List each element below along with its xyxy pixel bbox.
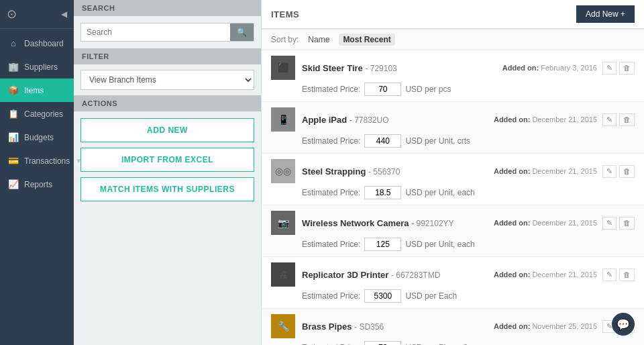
item-added-label-5: Added on: bbox=[494, 270, 530, 279]
item-actions-3: ✎ 🗑 bbox=[602, 165, 635, 178]
filter-select[interactable]: View Branch Items bbox=[80, 70, 254, 90]
item-thumb-4: 📷 bbox=[271, 211, 295, 235]
search-section-header: SEARCH bbox=[74, 0, 261, 16]
sidebar-icon-categories: 📋 bbox=[8, 109, 19, 119]
sidebar-icon-suppliers: 🏢 bbox=[8, 62, 19, 72]
item-edit-button-3[interactable]: ✎ bbox=[602, 165, 616, 178]
sidebar-label-transactions: Transactions bbox=[24, 156, 70, 166]
estimated-price-label-1: Estimated Price: bbox=[302, 85, 360, 94]
price-input-4[interactable] bbox=[364, 238, 401, 251]
price-input-2[interactable] bbox=[364, 134, 401, 148]
sidebar-item-items[interactable]: 📦 Items bbox=[0, 79, 74, 102]
sidebar-item-reports[interactable]: 📈 Reports bbox=[0, 172, 74, 196]
add-new-button[interactable]: ADD NEW bbox=[80, 118, 254, 142]
table-row: ◎◎ Steel Strapping - 556370 Added on: De… bbox=[262, 154, 644, 205]
item-edit-button-1[interactable]: ✎ bbox=[602, 62, 616, 75]
item-added-date-6: Added on: November 25, 2015 bbox=[494, 322, 597, 330]
item-bottom-1: Estimated Price: USD per pcs bbox=[302, 83, 635, 96]
table-row: 📷 Wireless Network Camera - 992102YY Add… bbox=[262, 205, 644, 257]
items-list: ⬛ Skid Steer Tire - 729103 Added on: Feb… bbox=[262, 50, 644, 345]
price-input-6[interactable] bbox=[364, 341, 401, 345]
sidebar-nav: ⌂ Dashboard 🏢 Suppliers 📦 Items 📋 Catego… bbox=[0, 32, 74, 196]
sidebar-item-dashboard[interactable]: ⌂ Dashboard bbox=[0, 32, 74, 55]
sidebar-label-items: Items bbox=[24, 86, 44, 95]
item-added-date-3: Added on: December 21, 2015 bbox=[494, 167, 597, 175]
item-edit-button-5[interactable]: ✎ bbox=[602, 268, 616, 281]
item-right-2: Added on: December 21, 2015 ✎ 🗑 bbox=[494, 113, 635, 126]
chat-bubble[interactable]: 💬 bbox=[612, 313, 635, 336]
import-from-excel-button[interactable]: IMPORT FROM EXCEL bbox=[80, 148, 254, 172]
item-thumb-2: 📱 bbox=[271, 107, 295, 132]
sidebar-label-suppliers: Suppliers bbox=[24, 62, 58, 72]
item-delete-button-3[interactable]: 🗑 bbox=[619, 165, 635, 178]
item-right-5: Added on: December 21, 2015 ✎ 🗑 bbox=[494, 268, 635, 281]
filter-area: View Branch Items bbox=[74, 64, 261, 95]
sort-name-button[interactable]: Name bbox=[304, 34, 333, 46]
search-input[interactable] bbox=[81, 23, 230, 41]
item-edit-button-2[interactable]: ✎ bbox=[602, 113, 616, 126]
sidebar-header: ⊙ ◀ bbox=[0, 0, 74, 29]
price-input-1[interactable] bbox=[364, 83, 401, 96]
item-left-4: 📷 Wireless Network Camera - 992102YY bbox=[271, 211, 454, 235]
item-name-6: Brass Pipes - SD356 bbox=[302, 322, 384, 332]
estimated-price-label-4: Estimated Price: bbox=[302, 240, 360, 249]
item-edit-button-4[interactable]: ✎ bbox=[602, 217, 616, 230]
item-top-3: ◎◎ Steel Strapping - 556370 Added on: De… bbox=[271, 159, 635, 183]
sidebar-item-categories[interactable]: 📋 Categories bbox=[0, 102, 74, 126]
filter-section-header: FILTER bbox=[74, 48, 261, 64]
item-actions-4: ✎ 🗑 bbox=[602, 217, 635, 230]
item-top-2: 📱 Apple iPad - 77832UO Added on: Decembe… bbox=[271, 107, 635, 132]
collapse-icon[interactable]: ◀ bbox=[61, 9, 67, 19]
sidebar-icon-budgets: 📊 bbox=[8, 132, 19, 142]
item-delete-button-2[interactable]: 🗑 bbox=[619, 113, 635, 126]
add-new-item-button[interactable]: Add New + bbox=[576, 5, 635, 23]
item-added-label-6: Added on: bbox=[494, 322, 530, 330]
sidebar-icon-transactions: 💳 bbox=[8, 156, 19, 166]
item-name-5: Replicator 3D Printer - 667283TMD bbox=[302, 270, 440, 280]
price-input-5[interactable] bbox=[364, 289, 401, 303]
middle-panel: SEARCH 🔍 FILTER View Branch Items ACTION… bbox=[74, 0, 262, 345]
search-button[interactable]: 🔍 bbox=[230, 23, 254, 41]
sidebar-label-reports: Reports bbox=[24, 180, 52, 189]
item-delete-button-1[interactable]: 🗑 bbox=[619, 62, 635, 75]
table-row: ⬛ Skid Steer Tire - 729103 Added on: Feb… bbox=[262, 50, 644, 102]
sidebar-icon-items: 📦 bbox=[8, 85, 19, 95]
item-thumb-1: ⬛ bbox=[271, 56, 295, 80]
table-row: 🖨 Replicator 3D Printer - 667283TMD Adde… bbox=[262, 257, 644, 309]
item-bottom-6: Estimated Price: USD per Pipes, 2 prs bbox=[302, 341, 635, 345]
item-right-4: Added on: December 21, 2015 ✎ 🗑 bbox=[494, 217, 635, 230]
sort-by-label: Sort by: bbox=[271, 35, 299, 44]
sidebar-item-budgets[interactable]: 📊 Budgets bbox=[0, 126, 74, 149]
item-bottom-4: Estimated Price: USD per Unit, each bbox=[302, 238, 635, 251]
right-panel: ITEMS Add New + Sort by: Name Most Recen… bbox=[262, 0, 644, 345]
item-top-4: 📷 Wireless Network Camera - 992102YY Add… bbox=[271, 211, 635, 235]
sort-recent-button[interactable]: Most Recent bbox=[339, 34, 394, 46]
item-thumb-3: ◎◎ bbox=[271, 159, 295, 183]
item-left-6: 🔧 Brass Pipes - SD356 bbox=[271, 314, 384, 338]
sidebar-item-transactions[interactable]: 💳 Transactions ▼ bbox=[0, 149, 74, 172]
item-name-3: Steel Strapping - 556370 bbox=[302, 166, 400, 177]
actions-area: ADD NEW IMPORT FROM EXCEL MATCH ITEMS WI… bbox=[74, 111, 261, 208]
item-added-label-4: Added on: bbox=[494, 219, 530, 227]
item-code-4: - 992102YY bbox=[411, 219, 453, 228]
sidebar-icon-dashboard: ⌂ bbox=[8, 38, 19, 48]
item-code-5: - 667283TMD bbox=[391, 270, 440, 280]
item-added-label-1: Added on: bbox=[502, 64, 539, 72]
estimated-price-label-5: Estimated Price: bbox=[302, 291, 360, 301]
sidebar-item-suppliers[interactable]: 🏢 Suppliers bbox=[0, 55, 74, 79]
table-row: 📱 Apple iPad - 77832UO Added on: Decembe… bbox=[262, 102, 644, 154]
sidebar-label-dashboard: Dashboard bbox=[24, 39, 64, 48]
item-unit-4: USD per Unit, each bbox=[405, 240, 474, 249]
sidebar-label-categories: Categories bbox=[24, 109, 63, 119]
item-delete-button-5[interactable]: 🗑 bbox=[619, 268, 635, 281]
item-thumb-5: 🖨 bbox=[271, 262, 295, 287]
item-name-2: Apple iPad - 77832UO bbox=[302, 115, 389, 125]
sidebar-label-budgets: Budgets bbox=[24, 133, 54, 142]
estimated-price-label-3: Estimated Price: bbox=[302, 188, 360, 197]
price-input-3[interactable] bbox=[364, 186, 401, 199]
match-items-button[interactable]: MATCH ITEMS WITH SUPPLIERS bbox=[80, 177, 254, 201]
item-delete-button-4[interactable]: 🗑 bbox=[619, 217, 635, 230]
item-left-5: 🖨 Replicator 3D Printer - 667283TMD bbox=[271, 262, 440, 287]
right-header: ITEMS Add New + bbox=[262, 0, 644, 30]
item-code-3: - 556370 bbox=[368, 167, 400, 177]
